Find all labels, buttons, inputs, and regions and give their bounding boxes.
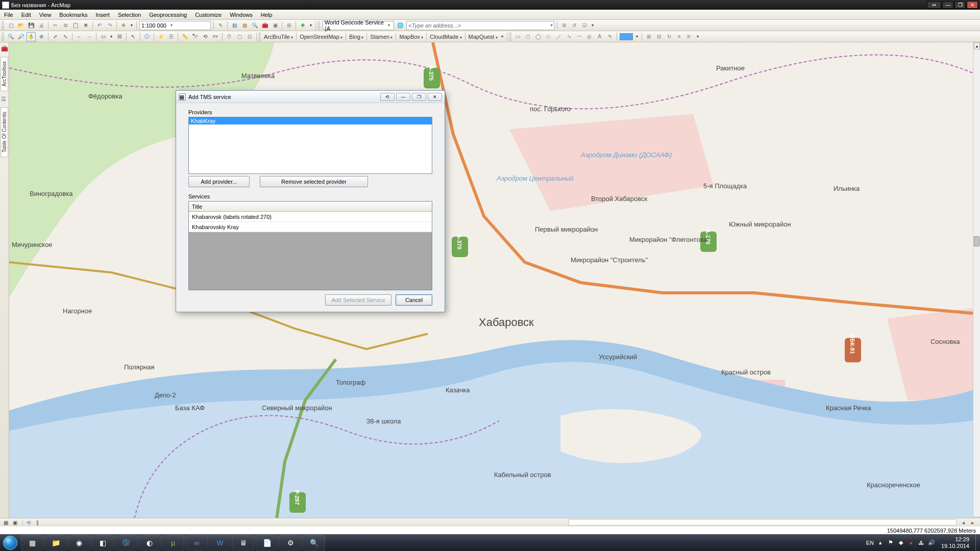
toolbar-grip-nav[interactable] [2, 33, 4, 41]
menu-selection[interactable]: Selection [114, 11, 145, 19]
tray-network-icon[interactable]: 🖧 [918, 539, 925, 546]
toc-icon[interactable]: ▤ [230, 21, 239, 30]
scale-dropdown[interactable]: 1:100 000 ▾ [139, 21, 211, 30]
remove-provider-button[interactable]: Remove selected provider [260, 176, 368, 187]
map-view[interactable]: A-375 A-370 A-370 P-297 ОБК-91 Хабаровск… [9, 42, 973, 533]
editor-toolbar-icon[interactable]: ✎ [216, 21, 225, 30]
task-word[interactable]: W [209, 535, 231, 550]
geocode-arrow[interactable]: ▾ [590, 21, 595, 30]
toolbar-grip-draw[interactable] [509, 33, 511, 41]
pan-icon[interactable]: ✋ [27, 32, 36, 41]
identify-icon[interactable]: ⓘ [142, 32, 152, 41]
select-features-icon[interactable]: ▭ [99, 32, 108, 41]
hyperlink-icon[interactable]: ⚡ [156, 32, 165, 41]
rotate-icon[interactable]: ↻ [665, 32, 674, 41]
menu-insert[interactable]: Insert [91, 11, 114, 19]
paste-icon[interactable]: 📋 [71, 21, 80, 30]
dialog-close-button[interactable]: ✕ [428, 93, 442, 101]
dialog-help-button[interactable]: ⟲ [380, 93, 395, 101]
clear-selection-icon[interactable]: ☒ [115, 32, 124, 41]
map-vertical-scrollbar[interactable]: ▴ ▾ ◈ [973, 42, 980, 533]
magnifier-icon[interactable]: ⊡ [245, 32, 254, 41]
undo-icon[interactable]: ↶ [95, 21, 104, 30]
draw-line-icon[interactable]: ／ [554, 32, 564, 41]
minimize-button[interactable]: — [942, 1, 953, 9]
modelbuilder-icon[interactable]: ⊞ [284, 21, 293, 30]
fill-color-arrow[interactable]: ▾ [634, 32, 640, 41]
redo-icon[interactable]: ↷ [105, 21, 114, 30]
mapbox-menu[interactable]: MapBox [399, 34, 423, 40]
task-app3[interactable]: 🖥 [232, 535, 255, 550]
python-icon[interactable]: ▣ [271, 21, 280, 30]
scroll-up-arrow[interactable]: ▴ [974, 42, 980, 49]
draw-curve-icon[interactable]: ∿ [565, 32, 574, 41]
services-grid-header[interactable]: Title [189, 202, 432, 212]
add-provider-button[interactable]: Add provider... [188, 176, 250, 187]
task-teamviewer[interactable]: ▦ [21, 535, 43, 550]
geocode-service-dropdown[interactable]: World Geocode Service (A ▾ [323, 21, 394, 30]
draw-poly-icon[interactable]: ⬠ [524, 32, 533, 41]
services-grid[interactable]: Title Khabarovsk (labels rotated 270) Kh… [188, 201, 432, 290]
data-view-icon[interactable]: ▦ [2, 519, 9, 526]
goto-xy-icon[interactable]: XY [211, 32, 220, 41]
geocode-review-icon[interactable]: ☑ [580, 21, 589, 30]
draw-marker-icon[interactable]: ◎ [585, 32, 594, 41]
forward-extent-icon[interactable]: → [85, 32, 94, 41]
arctoolbox-tab-icon[interactable]: 🧰 [1, 45, 8, 53]
time-slider-icon[interactable]: ⏱ [225, 32, 234, 41]
providers-listbox[interactable]: KhabKray [188, 117, 432, 174]
cut-icon[interactable]: ✂ [51, 21, 60, 30]
cancel-button[interactable]: Cancel [396, 294, 432, 306]
arcbrutile-menu[interactable]: ArcBruTile [264, 34, 293, 40]
task-explorer[interactable]: 📁 [44, 535, 67, 550]
find-icon[interactable]: 🔭 [190, 32, 200, 41]
show-desktop-button[interactable] [975, 534, 980, 551]
search-window-icon[interactable]: 🔍 [250, 21, 259, 30]
task-app2[interactable]: ◐ [138, 535, 161, 550]
clock[interactable]: 12:29 19.10.2014 [938, 536, 972, 548]
toc-tab[interactable]: Table Of Contents [1, 107, 8, 157]
dialog-titlebar[interactable]: ▦ Add TMS service ⟲ — ❐ ✕ [176, 91, 445, 103]
pause-drawing-icon[interactable]: ‖ [34, 519, 41, 526]
toolbar-grip-geocode[interactable] [317, 21, 320, 30]
menu-windows[interactable]: Windows [226, 11, 257, 19]
print-icon[interactable]: 🖨 [37, 21, 46, 30]
tray-volume-icon[interactable]: 🔊 [928, 539, 935, 546]
osm-menu[interactable]: OpenStreetMap [300, 34, 342, 40]
dialog-maximize-button[interactable]: ❐ [412, 93, 426, 101]
menu-edit[interactable]: Edit [17, 11, 35, 19]
cloudmade-menu[interactable]: CloudMade [430, 34, 462, 40]
service-row-0[interactable]: Khabarovsk (labels rotated 270) [189, 212, 432, 222]
distribute-icon[interactable]: ⊪ [685, 32, 694, 41]
add-layer-icon[interactable]: ✚ [298, 21, 307, 30]
scroll-left-icon[interactable]: ◂ [960, 519, 967, 526]
task-skype[interactable]: Ⓢ [115, 535, 137, 550]
menu-view[interactable]: View [35, 11, 56, 19]
mapquest-arrow[interactable]: ▾ [500, 32, 505, 41]
edit-vertices-icon[interactable]: ✎ [605, 32, 615, 41]
menu-help[interactable]: Help [257, 11, 277, 19]
task-utorrent[interactable]: µ [162, 535, 184, 550]
ungroup-icon[interactable]: ⊟ [654, 32, 664, 41]
compatibility-button[interactable]: ⇔ [927, 1, 941, 9]
address-input[interactable]: <Type an address...> ▾ [406, 21, 554, 30]
scroll-right-icon[interactable]: ▸ [969, 519, 976, 526]
save-icon[interactable]: 💾 [27, 21, 36, 30]
tray-shield-icon[interactable]: ◆ [897, 539, 904, 546]
close-button[interactable]: ✕ [967, 1, 978, 9]
html-popup-icon[interactable]: ☰ [166, 32, 176, 41]
horizontal-scrollbar[interactable] [569, 519, 957, 525]
bing-menu[interactable]: Bing [349, 34, 363, 40]
scroll-thumb[interactable] [974, 236, 979, 246]
tray-flag-icon[interactable]: ⚑ [887, 539, 894, 546]
measure-icon[interactable]: 📏 [180, 32, 189, 41]
delete-icon[interactable]: ✖ [81, 21, 90, 30]
fixed-zoom-out-icon[interactable]: ⤡ [61, 32, 70, 41]
mapquest-menu[interactable]: MapQuest [469, 34, 498, 40]
draw-ellipse-icon[interactable]: ⬭ [544, 32, 553, 41]
add-selected-service-button[interactable]: Add Selected Service [325, 294, 391, 306]
service-row-1[interactable]: Khabarovskiy Kray [189, 222, 432, 232]
arctoolbox-icon[interactable]: 🧰 [260, 21, 270, 30]
menu-geoprocessing[interactable]: Geoprocessing [145, 11, 191, 19]
align-icon[interactable]: ≡ [675, 32, 684, 41]
